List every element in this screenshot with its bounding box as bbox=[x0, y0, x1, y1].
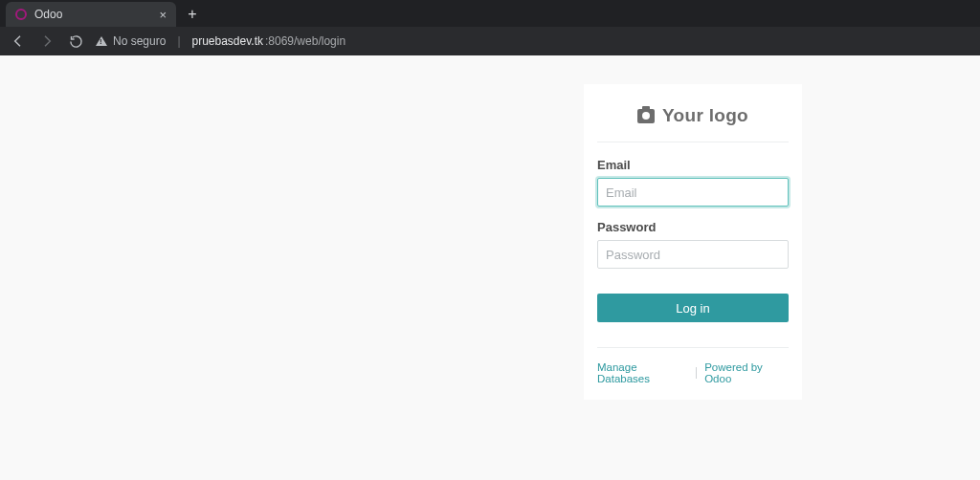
page-body: Your logo Email Password Log in Manage D… bbox=[0, 55, 980, 480]
tab-close-icon[interactable]: × bbox=[159, 8, 167, 22]
url-separator: | bbox=[177, 34, 180, 48]
login-form: Email Password Log in bbox=[597, 142, 789, 322]
login-button[interactable]: Log in bbox=[597, 294, 789, 322]
url-path: :8069/web/login bbox=[265, 34, 345, 48]
new-tab-button[interactable]: + bbox=[180, 2, 205, 27]
logo-text: Your logo bbox=[662, 105, 748, 126]
tab-title: Odoo bbox=[34, 8, 151, 21]
tab-strip: Odoo × + bbox=[0, 0, 980, 27]
camera-icon bbox=[637, 109, 655, 123]
nav-back-icon[interactable] bbox=[10, 33, 27, 50]
url-host: pruebasdev.tk bbox=[192, 34, 264, 48]
address-bar[interactable]: pruebasdev.tk:8069/web/login bbox=[192, 34, 346, 48]
footer-divider bbox=[696, 367, 697, 379]
warning-triangle-icon bbox=[96, 36, 107, 46]
powered-by-link[interactable]: Powered by Odoo bbox=[704, 361, 789, 384]
email-label: Email bbox=[597, 158, 789, 172]
security-indicator[interactable]: No seguro bbox=[96, 34, 166, 48]
browser-chrome: Odoo × + No seguro | pruebasdev.tk:8069/… bbox=[0, 0, 980, 55]
password-label: Password bbox=[597, 220, 789, 234]
security-label: No seguro bbox=[113, 34, 166, 48]
email-input[interactable] bbox=[597, 178, 789, 207]
browser-toolbar: No seguro | pruebasdev.tk:8069/web/login bbox=[0, 27, 980, 55]
login-card: Your logo Email Password Log in Manage D… bbox=[584, 84, 802, 400]
nav-reload-icon[interactable] bbox=[67, 33, 84, 50]
nav-forward-icon[interactable] bbox=[38, 33, 56, 50]
manage-databases-link[interactable]: Manage Databases bbox=[597, 361, 688, 384]
login-footer: Manage Databases Powered by Odoo bbox=[597, 347, 789, 384]
tab-favicon-icon bbox=[15, 9, 27, 20]
logo-row: Your logo bbox=[597, 98, 789, 142]
password-input[interactable] bbox=[597, 240, 789, 269]
browser-tab[interactable]: Odoo × bbox=[6, 2, 176, 27]
